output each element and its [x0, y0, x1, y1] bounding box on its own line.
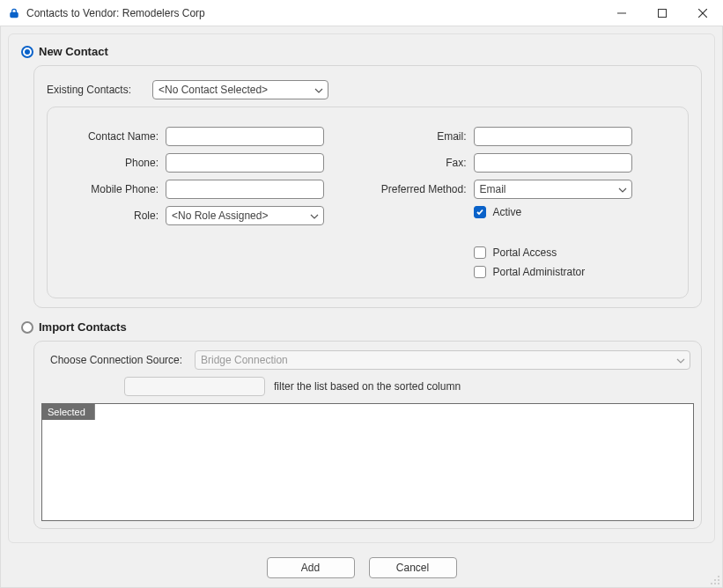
portal-access-checkbox[interactable] [474, 246, 486, 259]
chevron-down-icon [618, 183, 627, 195]
connection-source-label: Choose Connection Source: [45, 354, 195, 366]
cancel-button-label: Cancel [396, 562, 429, 574]
contact-name-input[interactable] [166, 127, 324, 146]
svg-point-7 [718, 579, 719, 581]
chevron-down-icon [314, 84, 323, 96]
contact-name-label: Contact Name: [60, 130, 166, 143]
preferred-method-label: Preferred Method: [368, 183, 474, 195]
add-button[interactable]: Add [267, 557, 355, 578]
fax-input[interactable] [474, 153, 632, 173]
import-contacts-radio[interactable] [21, 321, 33, 334]
active-checkbox[interactable] [474, 206, 486, 218]
main-panel: New Contact Existing Contacts: <No Conta… [8, 33, 715, 543]
filter-hint: filter the list based on the sorted colu… [274, 380, 461, 393]
portal-admin-checkbox-label: Portal Administrator [493, 266, 586, 278]
mobile-phone-input[interactable] [166, 180, 324, 199]
active-checkbox-label: Active [493, 206, 522, 218]
existing-contacts-value: <No Contact Selected> [159, 84, 268, 96]
svg-rect-0 [11, 12, 18, 17]
role-select[interactable]: <No Role Assigned> [166, 206, 324, 225]
new-contact-radio-label: New Contact [39, 45, 108, 58]
grid-header-selected[interactable]: Selected [42, 404, 95, 420]
import-grid[interactable]: Selected [41, 403, 694, 521]
svg-rect-2 [659, 9, 667, 17]
preferred-method-value: Email [480, 183, 506, 195]
new-contact-radio[interactable] [21, 46, 33, 58]
chevron-down-icon [676, 354, 685, 366]
add-button-label: Add [301, 562, 320, 574]
role-label: Role: [60, 209, 166, 222]
portal-admin-checkbox[interactable] [474, 266, 486, 278]
window-title: Contacts to Vendor: Remodelers Corp [26, 7, 205, 19]
phone-label: Phone: [60, 157, 166, 169]
svg-point-8 [711, 583, 712, 584]
chevron-down-icon [310, 209, 319, 222]
contact-fields-group: Contact Name: Phone: Mobile Phone: [47, 107, 689, 298]
portal-access-checkbox-label: Portal Access [493, 246, 557, 259]
fax-label: Fax: [368, 157, 474, 169]
cancel-button[interactable]: Cancel [369, 557, 457, 578]
connection-source-select[interactable]: Bridge Connection [195, 350, 690, 370]
resize-grip-icon[interactable] [710, 575, 720, 585]
minimize-button[interactable] [601, 0, 642, 26]
svg-point-5 [718, 576, 719, 577]
svg-point-9 [714, 583, 716, 584]
existing-contacts-select[interactable]: <No Contact Selected> [152, 80, 328, 99]
maximize-button[interactable] [642, 0, 682, 26]
email-label: Email: [368, 130, 474, 143]
connection-source-value: Bridge Connection [201, 354, 288, 366]
lock-icon [7, 6, 21, 20]
close-button[interactable] [682, 0, 723, 26]
svg-point-10 [718, 583, 719, 584]
import-contacts-radio-label: Import Contacts [39, 320, 127, 334]
role-value: <No Role Assigned> [172, 209, 268, 222]
import-contacts-group: Choose Connection Source: Bridge Connect… [33, 341, 702, 529]
title-bar: Contacts to Vendor: Remodelers Corp [0, 0, 723, 26]
svg-point-6 [714, 579, 716, 581]
email-input[interactable] [474, 127, 632, 146]
preferred-method-select[interactable]: Email [474, 180, 632, 199]
mobile-phone-label: Mobile Phone: [60, 183, 166, 195]
new-contact-group: Existing Contacts: <No Contact Selected>… [33, 65, 702, 308]
phone-input[interactable] [166, 153, 324, 173]
filter-input[interactable] [124, 377, 265, 396]
existing-contacts-label: Existing Contacts: [47, 84, 152, 96]
